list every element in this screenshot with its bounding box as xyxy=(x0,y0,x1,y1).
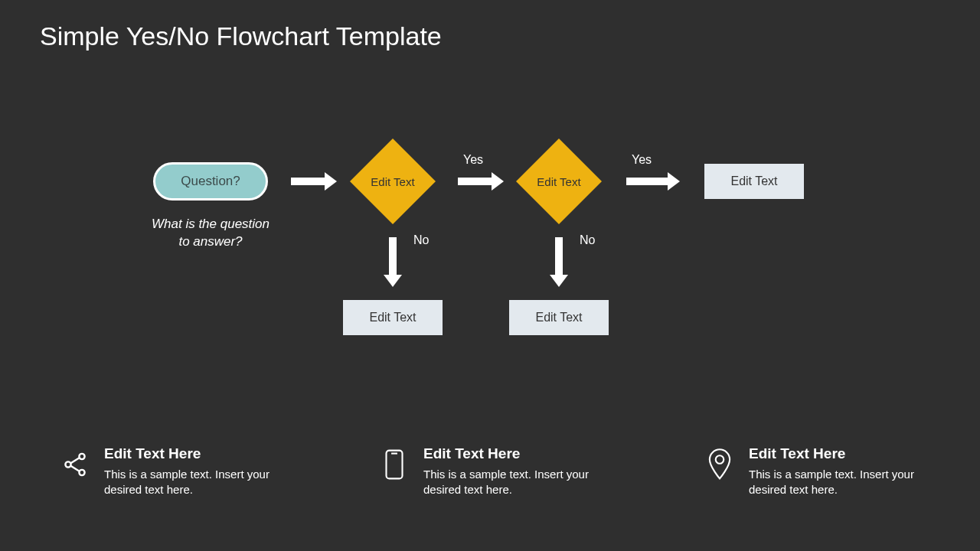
decision-2-label: Edit Text xyxy=(517,139,601,223)
footer-3-title: Edit Text Here xyxy=(749,445,925,462)
footer-item-1: Edit Text Here This is a sample text. In… xyxy=(60,445,280,498)
footer-item-2: Edit Text Here This is a sample text. In… xyxy=(379,445,599,498)
decision-1[interactable]: Edit Text xyxy=(351,139,435,223)
svg-point-7 xyxy=(716,455,724,464)
location-pin-icon xyxy=(704,445,735,484)
phone-icon xyxy=(379,445,410,484)
no-label-1: No xyxy=(413,233,429,247)
footer-1-title: Edit Text Here xyxy=(104,445,280,462)
arrow-3 xyxy=(626,178,668,185)
footer-2-body: This is a sample text. Insert your desir… xyxy=(423,467,599,498)
no-label-2: No xyxy=(580,233,595,247)
result-yes[interactable]: Edit Text xyxy=(704,164,804,199)
footer-item-3: Edit Text Here This is a sample text. In… xyxy=(704,445,925,498)
result-no-1-label: Edit Text xyxy=(369,311,416,324)
slide-title: Simple Yes/No Flowchart Template xyxy=(40,21,442,51)
arrow-down-2 xyxy=(555,237,563,276)
svg-line-4 xyxy=(70,466,80,472)
arrow-1 xyxy=(291,178,325,185)
arrow-2 xyxy=(458,178,492,185)
decision-2[interactable]: Edit Text xyxy=(517,139,601,223)
footer-1-body: This is a sample text. Insert your desir… xyxy=(104,467,280,498)
result-no-2[interactable]: Edit Text xyxy=(509,300,609,335)
svg-rect-5 xyxy=(387,451,403,479)
start-node[interactable]: Question? xyxy=(153,162,268,201)
yes-label-1: Yes xyxy=(463,153,483,167)
result-no-1[interactable]: Edit Text xyxy=(343,300,443,335)
footer-2-title: Edit Text Here xyxy=(423,445,599,462)
start-caption: What is the questionto answer? xyxy=(134,216,287,251)
result-yes-label: Edit Text xyxy=(730,174,777,188)
start-label: Question? xyxy=(181,174,240,189)
flowchart-canvas: Question? What is the questionto answer?… xyxy=(0,130,980,375)
footer-3-body: This is a sample text. Insert your desir… xyxy=(749,467,925,498)
arrow-down-1 xyxy=(389,237,397,276)
result-no-2-label: Edit Text xyxy=(535,311,582,324)
share-icon xyxy=(60,445,90,484)
decision-1-label: Edit Text xyxy=(351,139,435,223)
svg-line-3 xyxy=(70,458,80,464)
yes-label-2: Yes xyxy=(632,153,652,167)
